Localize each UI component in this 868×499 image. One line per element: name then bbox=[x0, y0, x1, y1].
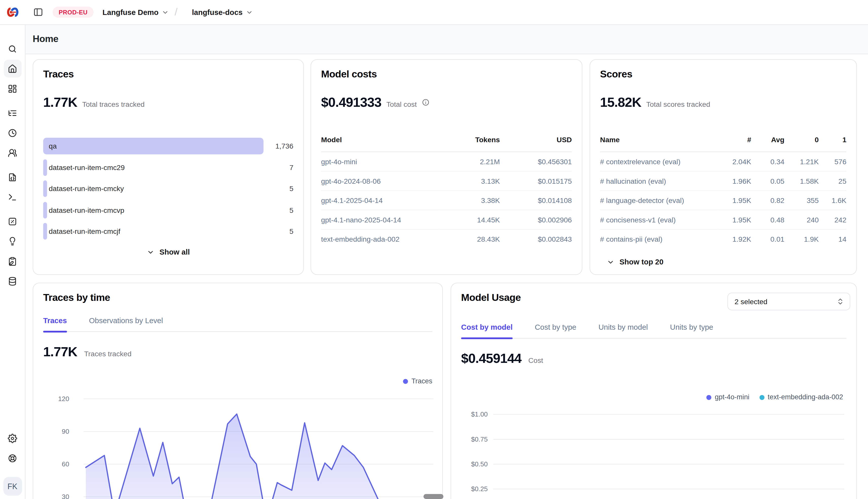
scores-card: Scores 15.82K Total scores tracked Name#… bbox=[590, 59, 857, 275]
users-icon bbox=[8, 148, 17, 157]
column-header: # bbox=[719, 136, 751, 152]
trace-bar-row[interactable]: dataset-run-item-cmcjf5 bbox=[43, 223, 294, 240]
table-cell: 3.38K bbox=[439, 191, 500, 210]
avatar[interactable]: FK bbox=[3, 477, 22, 496]
chevron-down-icon bbox=[162, 9, 169, 16]
sidebar-item-users[interactable] bbox=[3, 144, 21, 161]
bar-fill bbox=[43, 202, 47, 218]
card-title: Model costs bbox=[321, 69, 572, 80]
project-switcher[interactable]: langfuse-docs bbox=[192, 8, 253, 16]
table-cell: $0.456301 bbox=[500, 152, 572, 171]
chevrons-up-down-icon bbox=[836, 297, 844, 305]
legend-item[interactable]: text-embedding-ada-002 bbox=[759, 393, 843, 401]
column-header: Tokens bbox=[439, 136, 500, 152]
sidebar-item-prompts[interactable] bbox=[3, 168, 21, 186]
sidebar-bottom-nav bbox=[3, 429, 21, 469]
trace-bar-row[interactable]: qa1,736 bbox=[43, 138, 294, 154]
sidebar-item-dashboards[interactable] bbox=[3, 80, 21, 97]
cost-line-chart bbox=[493, 411, 844, 499]
show-top-20-button[interactable]: Show top 20 bbox=[600, 258, 846, 266]
table-row: gpt-4.1-nano-2025-04-1414.45K$0.002906 bbox=[321, 210, 572, 230]
table-cell: 576 bbox=[819, 152, 846, 171]
legend-label: text-embedding-ada-002 bbox=[768, 393, 843, 401]
table-cell: # hallucination (eval) bbox=[600, 171, 719, 191]
card-title: Scores bbox=[600, 69, 846, 80]
tab-units-by-type[interactable]: Units by type bbox=[670, 323, 713, 338]
metric-label: Cost bbox=[528, 356, 543, 365]
tab-observations-by-level[interactable]: Observations by Level bbox=[89, 317, 163, 331]
metric: 15.82K Total scores tracked bbox=[600, 95, 846, 110]
chevron-down-icon bbox=[607, 258, 615, 266]
column-header: Avg bbox=[751, 136, 784, 152]
trace-bar-row[interactable]: dataset-run-item-cmc297 bbox=[43, 159, 294, 176]
bar-value: 1,736 bbox=[275, 142, 294, 150]
org-switcher[interactable]: Langfuse Demo bbox=[103, 8, 169, 16]
model-costs-card: Model costs $0.491333 Total cost ModelTo… bbox=[310, 59, 582, 275]
sidebar-item-settings[interactable] bbox=[3, 429, 21, 447]
table-row: text-embedding-ada-00228.43K$0.002843 bbox=[321, 229, 572, 248]
chart-legend: gpt-4o-minitext-embedding-ada-002 bbox=[706, 393, 843, 401]
playground-icon bbox=[8, 192, 17, 202]
metric: $0.491333 Total cost bbox=[321, 95, 572, 110]
legend-item[interactable]: Traces bbox=[403, 377, 432, 385]
table-cell: 14 bbox=[819, 229, 846, 248]
org-name: Langfuse Demo bbox=[103, 8, 158, 16]
legend-item[interactable]: gpt-4o-mini bbox=[706, 393, 749, 401]
horizontal-scrollbar-thumb[interactable] bbox=[423, 494, 443, 499]
table-cell: # language-detector (eval) bbox=[600, 191, 719, 210]
sidebar-item-storage[interactable] bbox=[3, 272, 21, 290]
sidebar-item-datasets[interactable] bbox=[3, 252, 21, 270]
show-all-button[interactable]: Show all bbox=[43, 248, 294, 256]
sidebar-item-evaluators[interactable] bbox=[3, 212, 21, 230]
tracing-icon bbox=[8, 108, 17, 118]
metric-label: Total traces tracked bbox=[82, 100, 145, 109]
tab-units-by-model[interactable]: Units by model bbox=[598, 323, 648, 338]
table-cell: 0.01 bbox=[751, 229, 784, 248]
table-row: # language-detector (eval)1.95K0.823551.… bbox=[600, 191, 846, 210]
table-cell: 3.13K bbox=[439, 171, 500, 191]
chart-legend: Traces bbox=[403, 377, 432, 385]
sidebar-item-home[interactable] bbox=[3, 60, 21, 77]
y-tick-label: $1.00 bbox=[471, 410, 488, 419]
traces-area-chart bbox=[84, 393, 433, 499]
table-cell: $0.002906 bbox=[500, 210, 572, 230]
sessions-icon bbox=[8, 128, 17, 137]
tab-cost-by-type[interactable]: Cost by type bbox=[535, 323, 576, 338]
bar-fill bbox=[43, 159, 47, 176]
sidebar-item-playground[interactable] bbox=[3, 188, 21, 206]
bar-value: 5 bbox=[289, 227, 294, 235]
trace-bar-row[interactable]: dataset-run-item-cmcky5 bbox=[43, 180, 294, 197]
table-cell: 1.92K bbox=[719, 229, 751, 248]
table-row: gpt-4o-2024-08-063.13K$0.015175 bbox=[321, 171, 572, 191]
bar-value: 7 bbox=[289, 163, 294, 172]
info-icon[interactable] bbox=[422, 98, 430, 106]
table-row: # contains-pii (eval)1.92K0.011.9K14 bbox=[600, 229, 846, 248]
table-cell: gpt-4o-2024-08-06 bbox=[321, 171, 439, 191]
legend-label: Traces bbox=[412, 377, 432, 385]
sidebar-item-search[interactable] bbox=[3, 40, 21, 58]
table-row: gpt-4.1-2025-04-143.38K$0.014108 bbox=[321, 191, 572, 210]
trace-bar-row[interactable]: dataset-run-item-cmcvp5 bbox=[43, 202, 294, 218]
table-cell: 0.48 bbox=[751, 210, 784, 230]
sidebar-toggle-icon[interactable] bbox=[33, 7, 43, 17]
table-cell: 242 bbox=[819, 210, 846, 230]
page-header: Home bbox=[26, 25, 868, 54]
sidebar-item-sessions[interactable] bbox=[3, 124, 21, 142]
y-tick-label: $0.75 bbox=[471, 435, 488, 443]
environment-badge[interactable]: PROD-EU bbox=[53, 7, 94, 18]
table-cell: 1.95K bbox=[719, 191, 751, 210]
langfuse-logo-icon[interactable] bbox=[0, 7, 26, 18]
table-row: # conciseness-v1 (eval)1.95K0.48240242 bbox=[600, 210, 846, 230]
table-cell: text-embedding-ada-002 bbox=[321, 229, 439, 248]
table-cell: 1.96K bbox=[719, 171, 751, 191]
traces-by-time-card: Traces by time TracesObservations by Lev… bbox=[33, 283, 443, 499]
table-header-row: ModelTokensUSD bbox=[321, 136, 572, 152]
app-window: FK PROD-EU Langfuse Demo / langfuse-docs bbox=[0, 0, 868, 499]
table-cell: $0.014108 bbox=[500, 191, 572, 210]
table-cell: # contains-pii (eval) bbox=[600, 229, 719, 248]
sidebar-nav bbox=[3, 40, 21, 292]
sidebar-item-annotation[interactable] bbox=[3, 232, 21, 250]
sidebar-item-tracing[interactable] bbox=[3, 104, 21, 122]
model-select[interactable]: 2 selected bbox=[727, 293, 850, 311]
sidebar-item-support[interactable] bbox=[3, 449, 21, 467]
